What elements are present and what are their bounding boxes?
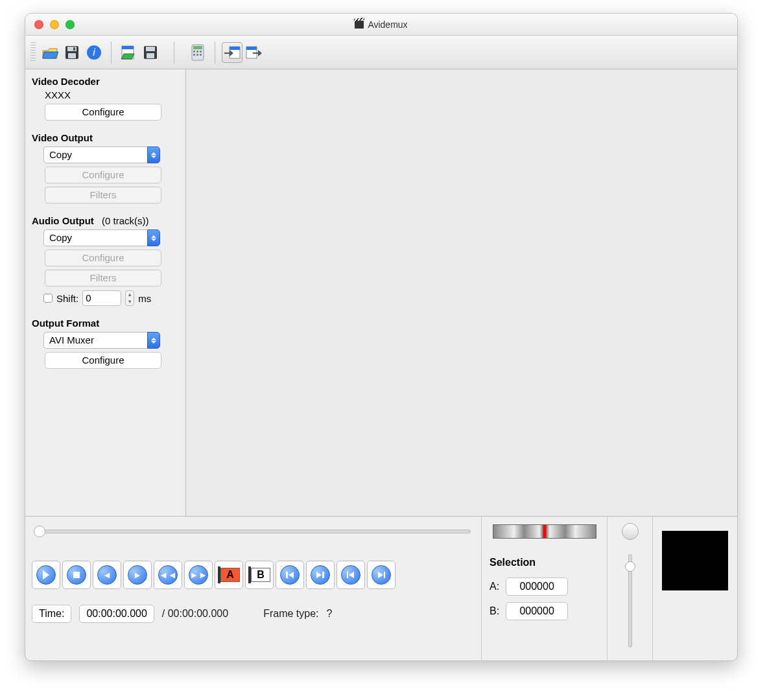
video-decoder-codec: XXXX [45, 89, 180, 100]
audio-shift-unit: ms [138, 293, 151, 304]
video-output-configure-button: Configure [45, 167, 161, 183]
svg-rect-3 [73, 47, 75, 51]
audio-output-title: Audio Output (0 track(s)) [32, 215, 180, 226]
thumbnail-pane [653, 517, 737, 660]
audio-output-filters-button: Filters [45, 270, 161, 286]
video-output-section: Video Output Copy Configure Filters [32, 132, 180, 204]
audio-shift-input[interactable]: 0 [82, 290, 121, 306]
select-arrows-icon [147, 146, 160, 163]
select-arrows-icon [147, 229, 160, 246]
set-marker-b-button[interactable]: B [245, 561, 274, 589]
app-icon [355, 21, 364, 29]
save-file-button[interactable] [62, 42, 82, 63]
output-format-title: Output Format [32, 318, 180, 329]
audio-output-title-text: Audio Output [32, 215, 94, 226]
video-decoder-configure-button[interactable]: Configure [45, 104, 161, 121]
svg-rect-16 [193, 54, 195, 56]
next-frame-button[interactable]: ► [123, 561, 152, 589]
svg-rect-10 [147, 53, 154, 58]
export-button[interactable] [244, 42, 265, 63]
transport-bar: ◄ ► ◄◄ ►► A B [32, 561, 475, 589]
svg-text:i: i [93, 47, 95, 58]
marker-a-icon: A [220, 568, 240, 582]
settings-sidebar: Video Decoder XXXX Configure Video Outpu… [25, 69, 186, 516]
next-keyframe-button[interactable]: ►► [184, 561, 213, 589]
video-decoder-title: Video Decoder [32, 76, 180, 87]
play-button[interactable] [32, 561, 60, 589]
prev-keyframe-button[interactable]: ◄◄ [154, 561, 182, 589]
video-output-selected: Copy [43, 146, 147, 163]
svg-rect-15 [200, 51, 202, 52]
frame-type-label: Frame type: [263, 608, 318, 620]
svg-rect-20 [230, 47, 240, 50]
svg-rect-27 [384, 572, 385, 578]
window-minimize-button[interactable] [50, 20, 59, 29]
audio-output-select[interactable]: Copy [43, 229, 160, 246]
svg-rect-18 [200, 54, 202, 56]
marker-b-icon: B [251, 568, 270, 582]
open-file-button[interactable] [40, 42, 60, 63]
selection-b-label: B: [490, 605, 499, 617]
time-total: / 00:00:00.000 [162, 608, 228, 620]
window-zoom-button[interactable] [65, 20, 75, 29]
prev-cut-button[interactable] [276, 561, 304, 589]
svg-rect-14 [196, 51, 198, 52]
volume-pane [608, 517, 653, 660]
audio-output-selected: Copy [43, 229, 147, 246]
open-project-button[interactable] [118, 42, 139, 63]
select-arrows-icon [147, 332, 160, 349]
stop-button[interactable] [62, 561, 91, 589]
import-button[interactable] [222, 42, 242, 63]
svg-rect-22 [246, 47, 257, 50]
jog-wheel[interactable] [493, 524, 596, 539]
seek-thumb[interactable] [34, 526, 45, 537]
set-marker-a-button[interactable]: A [215, 561, 243, 589]
titlebar: Avidemux [25, 14, 737, 36]
svg-rect-24 [286, 572, 288, 578]
toolbar-grip [30, 42, 36, 63]
goto-start-button[interactable] [336, 561, 365, 589]
window-title: Avidemux [368, 19, 407, 30]
selection-b-value[interactable]: 000000 [506, 602, 568, 620]
audio-output-tracks: (0 track(s)) [102, 215, 149, 226]
audio-shift-label: Shift: [56, 293, 78, 304]
goto-end-button[interactable] [367, 561, 395, 589]
selection-pane: Selection A: 000000 B: 000000 [482, 517, 608, 660]
time-input[interactable]: 00:00:00.000 [79, 605, 154, 623]
video-output-select[interactable]: Copy [43, 146, 160, 163]
output-format-selected: AVI Muxer [43, 332, 147, 349]
audio-toggle-button[interactable] [622, 523, 639, 540]
output-format-configure-button[interactable]: Configure [45, 352, 161, 369]
next-cut-button[interactable] [306, 561, 335, 589]
preview-thumbnail [662, 531, 728, 590]
video-output-filters-button: Filters [45, 187, 161, 204]
time-label: Time: [32, 605, 71, 623]
svg-rect-17 [196, 54, 198, 56]
video-decoder-section: Video Decoder XXXX Configure [32, 76, 180, 121]
audio-output-section: Audio Output (0 track(s)) Copy Configure… [32, 215, 180, 306]
window-close-button[interactable] [34, 20, 43, 29]
svg-rect-25 [322, 572, 324, 578]
bottom-panel: ◄ ► ◄◄ ►► A B Time: 00:00:00.000 / 00:00… [25, 517, 737, 660]
audio-output-configure-button: Configure [45, 250, 161, 266]
svg-rect-9 [146, 47, 155, 51]
calculator-button[interactable] [187, 42, 208, 63]
app-window: Avidemux i [25, 13, 738, 661]
selection-a-value[interactable]: 000000 [506, 578, 568, 596]
svg-rect-13 [193, 51, 195, 52]
seek-slider[interactable] [36, 530, 471, 533]
selection-a-label: A: [490, 581, 499, 592]
volume-thumb[interactable] [625, 561, 635, 572]
save-project-button[interactable] [140, 42, 161, 63]
prev-frame-button[interactable]: ◄ [93, 561, 121, 589]
svg-rect-7 [122, 46, 134, 49]
svg-rect-23 [73, 572, 80, 578]
svg-rect-2 [68, 53, 76, 58]
output-format-select[interactable]: AVI Muxer [43, 332, 160, 349]
video-output-title: Video Output [32, 132, 180, 143]
audio-shift-checkbox[interactable] [43, 294, 53, 303]
info-button[interactable]: i [84, 42, 104, 63]
audio-shift-stepper[interactable]: ▲▼ [125, 290, 134, 306]
selection-title: Selection [490, 557, 599, 568]
volume-slider[interactable] [628, 554, 632, 648]
